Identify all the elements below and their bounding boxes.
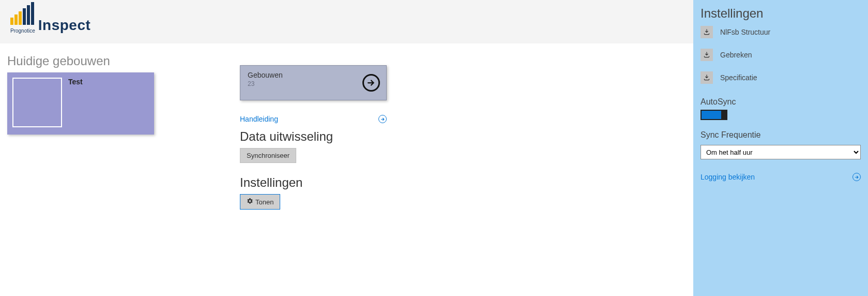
section-title-instellingen: Instellingen (240, 175, 395, 190)
arrow-right-icon (362, 74, 380, 92)
syncfreq-label: Sync Frequentie (701, 130, 861, 140)
arrow-right-circle-icon (852, 173, 861, 181)
tile-test-thumb (12, 78, 62, 127)
link-handleiding[interactable]: Handleiding (240, 115, 387, 123)
section-title-huidige: Huidige gebouwen (7, 54, 162, 68)
logo-bars-icon (10, 5, 34, 27)
autosync-toggle[interactable] (701, 110, 727, 120)
download-nlfsb-label: NlFsb Structuur (720, 28, 770, 36)
tile-gebouwen-count: 23 (248, 80, 379, 87)
logo-brand: Inspect (38, 17, 91, 34)
top-bar: Prognotice Inspect (0, 0, 693, 43)
logo-subbrand: Prognotice (10, 28, 35, 34)
synchroniseer-button[interactable]: Synchroniseer (240, 148, 296, 163)
download-nlfsb[interactable]: NlFsb Structuur (701, 26, 861, 38)
logo: Prognotice Inspect (10, 5, 683, 34)
tonen-button-label: Tonen (255, 198, 273, 206)
download-icon (701, 71, 713, 84)
tile-test-label: Test (68, 78, 83, 129)
download-specificatie-label: Specificatie (720, 73, 757, 82)
download-gebreken-label: Gebreken (720, 51, 752, 59)
link-logging-label: Logging bekijken (701, 173, 755, 181)
download-specificatie[interactable]: Specificatie (701, 71, 861, 84)
tile-test[interactable]: Test (7, 72, 154, 135)
arrow-right-circle-icon (378, 115, 387, 123)
settings-sidebar: Instellingen NlFsb Structuur Gebreken (693, 0, 868, 296)
download-icon (701, 49, 713, 61)
link-handleiding-label: Handleiding (240, 115, 278, 123)
gear-icon (247, 198, 253, 206)
autosync-label: AutoSync (701, 97, 861, 107)
syncfreq-select[interactable]: Om het half uur (701, 145, 861, 159)
download-icon (701, 26, 713, 38)
link-logging[interactable]: Logging bekijken (701, 173, 861, 181)
tile-gebouwen[interactable]: Gebouwen 23 (240, 65, 387, 100)
section-title-data: Data uitwisseling (240, 129, 395, 144)
download-gebreken[interactable]: Gebreken (701, 49, 861, 61)
tonen-button[interactable]: Tonen (240, 194, 280, 210)
tile-gebouwen-title: Gebouwen (248, 71, 379, 79)
toggle-knob (721, 110, 727, 120)
sidebar-title: Instellingen (701, 6, 861, 21)
